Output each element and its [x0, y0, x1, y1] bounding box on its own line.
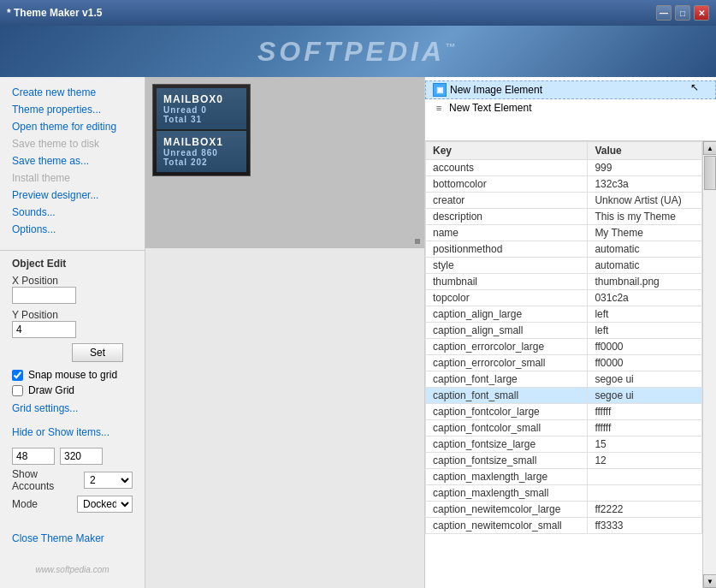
mailbox-widget[interactable]: MAILBOX0 Unread 0 Total 31 MAILBOX1 Unre… — [152, 84, 251, 176]
y-position-input[interactable] — [12, 321, 76, 338]
sidebar-item-save-theme-as[interactable]: Save theme as... — [0, 152, 145, 169]
mailbox0-unread: Unread 0 — [163, 105, 240, 115]
cursor-indicator: ↖ — [690, 81, 699, 93]
scroll-down-button[interactable]: ▼ — [703, 574, 716, 588]
content-area: Create new theme Theme properties... Ope… — [0, 77, 716, 588]
table-row[interactable]: thumbnailthumbnail.png — [426, 274, 702, 290]
property-key: creator — [426, 193, 588, 209]
title-bar-buttons: — □ ✕ — [656, 5, 709, 21]
title-bar: * Theme Maker v1.5 — □ ✕ — [0, 0, 716, 26]
table-row[interactable]: caption_fontcolor_largeffffff — [426, 404, 702, 420]
table-row[interactable]: caption_maxlength_small — [426, 485, 702, 502]
scrollbar[interactable]: ▲ ▼ — [702, 141, 716, 588]
table-row[interactable]: caption_fontsize_small12 — [426, 453, 702, 469]
scrollbar-thumb[interactable] — [704, 156, 716, 190]
table-row[interactable]: caption_newitemcolor_largeff2222 — [426, 502, 702, 518]
sidebar-item-preview-designer[interactable]: Preview designer... — [0, 187, 145, 204]
sidebar-item-options[interactable]: Options... — [0, 221, 145, 238]
table-row[interactable]: caption_fontcolor_smallffffff — [426, 420, 702, 437]
properties-scroll-area[interactable]: Key Value accounts999bottomcolor132c3acr… — [425, 141, 702, 588]
y-position-group: Y Position — [12, 309, 133, 338]
image-element-label: New Image Element — [450, 84, 542, 96]
edit-area: MAILBOX0 Unread 0 Total 31 MAILBOX1 Unre… — [145, 77, 425, 588]
draw-grid-checkbox[interactable] — [12, 385, 23, 396]
show-accounts-select[interactable]: 2 1 3 — [84, 472, 133, 489]
property-key: caption_font_small — [426, 388, 588, 404]
field1-input[interactable] — [12, 448, 55, 465]
right-panel: ↖ ▣ New Image Element ≡ New Text Element — [425, 77, 716, 588]
close-button[interactable]: ✕ — [694, 5, 709, 21]
table-row[interactable]: caption_align_smallleft — [426, 323, 702, 339]
property-value: ff0000 — [588, 339, 702, 355]
table-row[interactable]: caption_newitemcolor_smallff3333 — [426, 518, 702, 534]
sidebar: Create new theme Theme properties... Ope… — [0, 77, 145, 588]
canvas-area[interactable]: MAILBOX0 Unread 0 Total 31 MAILBOX1 Unre… — [145, 77, 424, 248]
table-row[interactable]: descriptionThis is my Theme — [426, 209, 702, 225]
property-key: style — [426, 258, 588, 274]
field2-input[interactable] — [60, 448, 103, 465]
table-row[interactable]: topcolor031c2a — [426, 290, 702, 306]
property-value: 999 — [588, 160, 702, 176]
title-bar-text: * Theme Maker v1.5 — [7, 7, 102, 19]
top-banner: SOFTPEDIA™ — [0, 26, 716, 77]
mode-select[interactable]: Docked Float — [77, 496, 133, 513]
table-row[interactable]: bottomcolor132c3a — [426, 176, 702, 193]
sidebar-item-create-new-theme[interactable]: Create new theme — [0, 84, 145, 101]
set-button[interactable]: Set — [72, 343, 123, 362]
x-position-group: X Position — [12, 275, 133, 304]
x-position-label: X Position — [12, 275, 72, 287]
property-value: left — [588, 306, 702, 323]
table-row[interactable]: caption_errorcolor_largeff0000 — [426, 339, 702, 355]
property-value: My Theme — [588, 225, 702, 241]
property-key: caption_align_large — [426, 306, 588, 323]
property-value: 15 — [588, 437, 702, 453]
element-item-text[interactable]: ≡ New Text Element — [425, 99, 716, 116]
property-key: thumbnail — [426, 274, 588, 290]
minimize-button[interactable]: — — [656, 5, 672, 21]
table-row[interactable]: caption_font_smallsegoe ui — [426, 388, 702, 404]
sidebar-item-sounds[interactable]: Sounds... — [0, 204, 145, 221]
sidebar-item-install-theme: Install theme — [0, 169, 145, 187]
property-value: ff3333 — [588, 518, 702, 534]
table-row[interactable]: caption_font_largesegoe ui — [426, 371, 702, 388]
table-row[interactable]: accounts999 — [426, 160, 702, 176]
property-value: 031c2a — [588, 290, 702, 306]
grid-settings-link[interactable]: Grid settings... — [12, 400, 133, 417]
canvas-resize-handle[interactable] — [415, 239, 420, 244]
table-row[interactable]: caption_fontsize_large15 — [426, 437, 702, 453]
property-key: caption_newitemcolor_large — [426, 502, 588, 518]
table-row[interactable]: styleautomatic — [426, 258, 702, 274]
close-theme-maker-link[interactable]: Close Theme Maker — [12, 532, 133, 544]
property-key: caption_newitemcolor_small — [426, 518, 588, 534]
property-value — [588, 485, 702, 502]
table-row[interactable]: creatorUnknow Artist (UA) — [426, 193, 702, 209]
property-key: caption_fontcolor_small — [426, 420, 588, 437]
main-window: SOFTPEDIA™ Create new theme Theme proper… — [0, 26, 716, 588]
snap-mouse-checkbox[interactable] — [12, 370, 23, 381]
property-value: This is my Theme — [588, 209, 702, 225]
table-row[interactable]: positionmethodautomatic — [426, 241, 702, 258]
object-edit-title: Object Edit — [12, 258, 133, 270]
table-row[interactable]: caption_errorcolor_smallff0000 — [426, 355, 702, 371]
properties-table: Key Value accounts999bottomcolor132c3acr… — [425, 141, 702, 534]
maximize-button[interactable]: □ — [675, 5, 690, 21]
property-key: caption_maxlength_small — [426, 485, 588, 502]
table-row[interactable]: caption_maxlength_large — [426, 469, 702, 485]
mailbox0-row: MAILBOX0 Unread 0 Total 31 — [157, 88, 246, 129]
property-value: ffffff — [588, 404, 702, 420]
table-row[interactable]: nameMy Theme — [426, 225, 702, 241]
property-key: topcolor — [426, 290, 588, 306]
sidebar-item-theme-properties[interactable]: Theme properties... — [0, 101, 145, 118]
y-position-label: Y Position — [12, 309, 72, 321]
x-position-input[interactable] — [12, 287, 76, 304]
properties-wrapper: Key Value accounts999bottomcolor132c3acr… — [425, 141, 716, 588]
watermark: www.softpedia.com — [12, 561, 133, 578]
property-key: caption_errorcolor_large — [426, 339, 588, 355]
element-item-image[interactable]: ▣ New Image Element — [425, 80, 716, 99]
property-key: caption_align_small — [426, 323, 588, 339]
image-element-icon: ▣ — [433, 83, 447, 97]
table-row[interactable]: caption_align_largeleft — [426, 306, 702, 323]
hide-show-link[interactable]: Hide or Show items... — [12, 424, 133, 441]
scroll-up-button[interactable]: ▲ — [703, 141, 716, 155]
sidebar-item-open-theme-editing[interactable]: Open theme for editing — [0, 118, 145, 135]
